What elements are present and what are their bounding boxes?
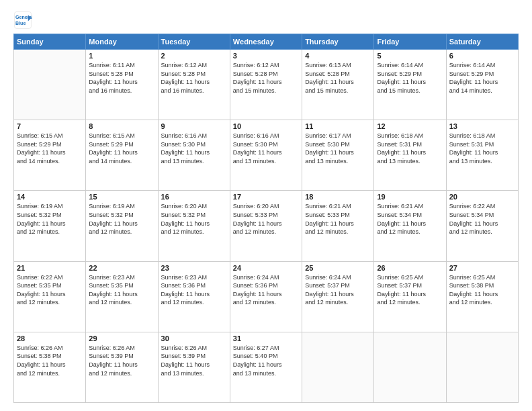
- day-info: Sunrise: 6:22 AM Sunset: 5:35 PM Dayligh…: [17, 273, 83, 307]
- calendar-cell: 13Sunrise: 6:18 AM Sunset: 5:31 PM Dayli…: [446, 120, 518, 191]
- calendar-cell: [302, 332, 374, 402]
- day-number: 4: [305, 52, 371, 60]
- calendar-cell: 2Sunrise: 6:12 AM Sunset: 5:28 PM Daylig…: [158, 50, 230, 120]
- day-info: Sunrise: 6:14 AM Sunset: 5:29 PM Dayligh…: [449, 61, 515, 95]
- day-number: 19: [377, 193, 443, 201]
- calendar-cell: [446, 332, 518, 402]
- day-info: Sunrise: 6:16 AM Sunset: 5:30 PM Dayligh…: [161, 132, 227, 165]
- calendar-cell: 6Sunrise: 6:14 AM Sunset: 5:29 PM Daylig…: [446, 50, 518, 120]
- day-info: Sunrise: 6:17 AM Sunset: 5:30 PM Dayligh…: [305, 132, 371, 165]
- day-info: Sunrise: 6:15 AM Sunset: 5:29 PM Dayligh…: [89, 132, 154, 165]
- calendar-cell: 7Sunrise: 6:15 AM Sunset: 5:29 PM Daylig…: [14, 120, 86, 191]
- column-header-tuesday: Tuesday: [158, 34, 230, 50]
- column-header-monday: Monday: [86, 34, 158, 50]
- day-number: 7: [17, 122, 83, 130]
- calendar-cell: 4Sunrise: 6:13 AM Sunset: 5:28 PM Daylig…: [302, 50, 374, 120]
- day-number: 14: [17, 193, 83, 201]
- header: General Blue: [13, 11, 519, 30]
- calendar-cell: 11Sunrise: 6:17 AM Sunset: 5:30 PM Dayli…: [302, 120, 374, 191]
- calendar-week-2: 7Sunrise: 6:15 AM Sunset: 5:29 PM Daylig…: [14, 120, 519, 191]
- day-info: Sunrise: 6:18 AM Sunset: 5:31 PM Dayligh…: [449, 132, 515, 165]
- calendar-cell: 28Sunrise: 6:26 AM Sunset: 5:38 PM Dayli…: [14, 332, 86, 402]
- day-number: 18: [305, 193, 371, 201]
- page: General Blue SundayMondayTuesdayWednesda…: [0, 0, 532, 411]
- day-info: Sunrise: 6:12 AM Sunset: 5:28 PM Dayligh…: [161, 61, 227, 95]
- calendar-cell: 22Sunrise: 6:23 AM Sunset: 5:35 PM Dayli…: [86, 261, 158, 332]
- calendar-cell: 31Sunrise: 6:27 AM Sunset: 5:40 PM Dayli…: [230, 332, 302, 402]
- column-header-wednesday: Wednesday: [230, 34, 302, 50]
- day-info: Sunrise: 6:24 AM Sunset: 5:37 PM Dayligh…: [305, 273, 371, 307]
- calendar-cell: 8Sunrise: 6:15 AM Sunset: 5:29 PM Daylig…: [86, 120, 158, 191]
- logo-icon: General Blue: [13, 11, 32, 30]
- calendar-week-1: 1Sunrise: 6:11 AM Sunset: 5:28 PM Daylig…: [14, 50, 519, 120]
- day-number: 2: [161, 52, 227, 60]
- logo: General Blue: [13, 11, 32, 30]
- day-info: Sunrise: 6:27 AM Sunset: 5:40 PM Dayligh…: [233, 344, 299, 377]
- calendar-cell: 29Sunrise: 6:26 AM Sunset: 5:39 PM Dayli…: [86, 332, 158, 402]
- day-number: 6: [449, 52, 515, 60]
- day-number: 11: [305, 122, 371, 130]
- day-info: Sunrise: 6:20 AM Sunset: 5:32 PM Dayligh…: [161, 202, 227, 236]
- day-info: Sunrise: 6:16 AM Sunset: 5:30 PM Dayligh…: [233, 132, 299, 165]
- day-number: 27: [449, 264, 515, 272]
- day-info: Sunrise: 6:23 AM Sunset: 5:35 PM Dayligh…: [89, 273, 154, 307]
- day-info: Sunrise: 6:15 AM Sunset: 5:29 PM Dayligh…: [17, 132, 83, 165]
- calendar-cell: [374, 332, 446, 402]
- column-header-friday: Friday: [374, 34, 446, 50]
- day-number: 16: [161, 193, 227, 201]
- calendar-week-5: 28Sunrise: 6:26 AM Sunset: 5:38 PM Dayli…: [14, 332, 519, 402]
- calendar-cell: 25Sunrise: 6:24 AM Sunset: 5:37 PM Dayli…: [302, 261, 374, 332]
- calendar-cell: 21Sunrise: 6:22 AM Sunset: 5:35 PM Dayli…: [14, 261, 86, 332]
- calendar-cell: 5Sunrise: 6:14 AM Sunset: 5:29 PM Daylig…: [374, 50, 446, 120]
- calendar-cell: 30Sunrise: 6:26 AM Sunset: 5:39 PM Dayli…: [158, 332, 230, 402]
- day-number: 30: [161, 334, 227, 342]
- day-info: Sunrise: 6:14 AM Sunset: 5:29 PM Dayligh…: [377, 61, 443, 95]
- day-info: Sunrise: 6:18 AM Sunset: 5:31 PM Dayligh…: [377, 132, 443, 165]
- day-number: 3: [233, 52, 299, 60]
- day-number: 31: [233, 334, 299, 342]
- day-info: Sunrise: 6:26 AM Sunset: 5:38 PM Dayligh…: [17, 344, 83, 377]
- calendar-cell: 19Sunrise: 6:21 AM Sunset: 5:34 PM Dayli…: [374, 191, 446, 261]
- calendar-cell: 15Sunrise: 6:19 AM Sunset: 5:32 PM Dayli…: [86, 191, 158, 261]
- calendar-cell: 16Sunrise: 6:20 AM Sunset: 5:32 PM Dayli…: [158, 191, 230, 261]
- day-number: 28: [17, 334, 83, 342]
- day-info: Sunrise: 6:13 AM Sunset: 5:28 PM Dayligh…: [305, 61, 371, 95]
- calendar-cell: 18Sunrise: 6:21 AM Sunset: 5:33 PM Dayli…: [302, 191, 374, 261]
- day-number: 23: [161, 264, 227, 272]
- day-info: Sunrise: 6:23 AM Sunset: 5:36 PM Dayligh…: [161, 273, 227, 307]
- column-header-saturday: Saturday: [446, 34, 518, 50]
- calendar-cell: 3Sunrise: 6:12 AM Sunset: 5:28 PM Daylig…: [230, 50, 302, 120]
- day-number: 17: [233, 193, 299, 201]
- day-info: Sunrise: 6:22 AM Sunset: 5:34 PM Dayligh…: [449, 202, 515, 236]
- day-number: 9: [161, 122, 227, 130]
- day-info: Sunrise: 6:21 AM Sunset: 5:33 PM Dayligh…: [305, 202, 371, 236]
- calendar-cell: 12Sunrise: 6:18 AM Sunset: 5:31 PM Dayli…: [374, 120, 446, 191]
- day-number: 29: [89, 334, 154, 342]
- day-number: 8: [89, 122, 154, 130]
- calendar-cell: 20Sunrise: 6:22 AM Sunset: 5:34 PM Dayli…: [446, 191, 518, 261]
- day-number: 22: [89, 264, 154, 272]
- calendar-cell: 10Sunrise: 6:16 AM Sunset: 5:30 PM Dayli…: [230, 120, 302, 191]
- day-number: 20: [449, 193, 515, 201]
- day-info: Sunrise: 6:26 AM Sunset: 5:39 PM Dayligh…: [161, 344, 227, 377]
- column-header-sunday: Sunday: [14, 34, 86, 50]
- calendar-cell: 26Sunrise: 6:25 AM Sunset: 5:37 PM Dayli…: [374, 261, 446, 332]
- calendar: SundayMondayTuesdayWednesdayThursdayFrid…: [13, 34, 519, 403]
- calendar-cell: 14Sunrise: 6:19 AM Sunset: 5:32 PM Dayli…: [14, 191, 86, 261]
- calendar-cell: 17Sunrise: 6:20 AM Sunset: 5:33 PM Dayli…: [230, 191, 302, 261]
- day-info: Sunrise: 6:21 AM Sunset: 5:34 PM Dayligh…: [377, 202, 443, 236]
- day-info: Sunrise: 6:24 AM Sunset: 5:36 PM Dayligh…: [233, 273, 299, 307]
- day-number: 10: [233, 122, 299, 130]
- day-number: 5: [377, 52, 443, 60]
- day-number: 24: [233, 264, 299, 272]
- calendar-cell: 27Sunrise: 6:25 AM Sunset: 5:38 PM Dayli…: [446, 261, 518, 332]
- calendar-week-4: 21Sunrise: 6:22 AM Sunset: 5:35 PM Dayli…: [14, 261, 519, 332]
- day-info: Sunrise: 6:19 AM Sunset: 5:32 PM Dayligh…: [89, 202, 154, 236]
- day-info: Sunrise: 6:11 AM Sunset: 5:28 PM Dayligh…: [89, 61, 154, 95]
- day-info: Sunrise: 6:25 AM Sunset: 5:37 PM Dayligh…: [377, 273, 443, 307]
- day-number: 25: [305, 264, 371, 272]
- calendar-cell: 24Sunrise: 6:24 AM Sunset: 5:36 PM Dayli…: [230, 261, 302, 332]
- calendar-header-row: SundayMondayTuesdayWednesdayThursdayFrid…: [14, 34, 519, 50]
- day-number: 26: [377, 264, 443, 272]
- day-info: Sunrise: 6:19 AM Sunset: 5:32 PM Dayligh…: [17, 202, 83, 236]
